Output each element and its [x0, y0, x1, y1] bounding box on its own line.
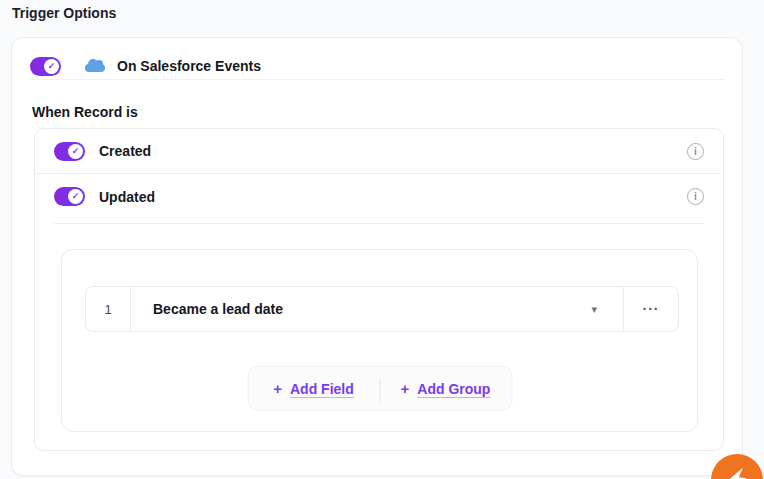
- page: { "page_title": "Trigger Options", "colo…: [0, 0, 764, 479]
- plus-icon: +: [401, 380, 410, 397]
- salesforce-events-label: On Salesforce Events: [117, 58, 261, 74]
- updated-info-icon[interactable]: i: [687, 188, 704, 205]
- add-group-button[interactable]: + Add Group: [380, 367, 511, 410]
- field-select[interactable]: Became a lead date ▾: [131, 287, 623, 331]
- updated-toggle[interactable]: ✓: [54, 187, 85, 206]
- salesforce-events-toggle[interactable]: ✓: [30, 57, 61, 76]
- updated-row: ✓ Updated i: [35, 174, 723, 219]
- toggle-knob: ✓: [44, 59, 59, 74]
- add-field-button[interactable]: + Add Field: [248, 367, 379, 410]
- check-icon: ✓: [72, 147, 80, 156]
- filter-condition-row: 1 Became a lead date ▾ ···: [85, 286, 679, 332]
- created-label: Created: [99, 143, 673, 159]
- created-info-icon[interactable]: i: [687, 143, 704, 160]
- created-row: ✓ Created i: [35, 129, 723, 174]
- check-icon: ✓: [72, 192, 80, 201]
- toggle-knob: ✓: [68, 144, 83, 159]
- add-group-label: Add Group: [417, 381, 490, 397]
- lightning-bolt-icon: [723, 464, 751, 479]
- toggle-knob: ✓: [68, 189, 83, 204]
- page-title: Trigger Options: [12, 5, 116, 21]
- field-select-value: Became a lead date: [153, 301, 591, 317]
- created-toggle[interactable]: ✓: [54, 142, 85, 161]
- divider: [30, 79, 724, 80]
- add-actions-group: + Add Field + Add Group: [247, 366, 512, 411]
- salesforce-events-row: ✓ On Salesforce Events: [30, 51, 724, 81]
- divider: [54, 223, 704, 224]
- chevron-down-icon: ▾: [591, 303, 597, 316]
- salesforce-cloud-icon: [85, 64, 105, 72]
- filter-group-card: 1 Became a lead date ▾ ··· + Add Field +…: [61, 249, 698, 432]
- trigger-options-card: ✓ On Salesforce Events When Record is ✓ …: [11, 37, 743, 476]
- record-events-box: ✓ Created i ✓ Updated i 1: [34, 128, 724, 451]
- condition-index: 1: [86, 287, 131, 331]
- add-field-label: Add Field: [290, 381, 354, 397]
- check-icon: ✓: [48, 62, 56, 71]
- updated-label: Updated: [99, 189, 673, 205]
- when-record-is-label: When Record is: [32, 104, 138, 120]
- more-options-button[interactable]: ···: [623, 287, 678, 331]
- ellipsis-icon: ···: [643, 301, 660, 317]
- plus-icon: +: [273, 380, 282, 397]
